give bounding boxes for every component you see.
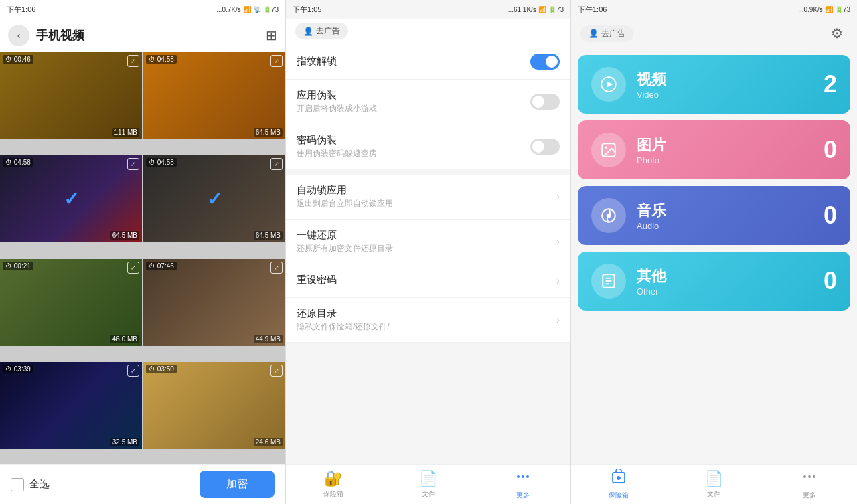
encrypt-button[interactable]: 加密 (200, 471, 275, 498)
video-card-count: 2 (824, 70, 837, 98)
files-panel-header: 👤 去广告 ⚙ (571, 19, 857, 48)
svg-marker-4 (607, 82, 613, 88)
wifi-icon-3: 📶 (825, 6, 833, 13)
status-bar-2: 下午1:05 ...61.1K/s 📶 🔋73 (286, 0, 570, 19)
audio-card-count: 0 (824, 201, 837, 230)
file-card-photo[interactable]: 图片 Photo 0 (578, 120, 850, 179)
nav-files-label-settings: 文件 (422, 489, 435, 499)
fingerprint-toggle[interactable] (530, 54, 560, 70)
nav-more-label-files: 更多 (803, 491, 816, 500)
panel-title: 手机视频 (36, 27, 266, 44)
select-all-checkbox[interactable] (11, 478, 24, 491)
select-all-label: 全选 (29, 478, 50, 491)
nav-files-files[interactable]: 📄 文件 (666, 470, 761, 499)
video-thumb-7[interactable]: ⏱ 03:39 ⤢ 32.5 MB (0, 362, 142, 449)
chevron-right-icon-1: › (556, 191, 560, 203)
video-card-text: 视频 Video (637, 70, 824, 100)
select-all-control[interactable]: 全选 (11, 478, 50, 491)
wifi-icon-2: 📶 (538, 6, 546, 13)
setting-auto-lock-text: 自动锁应用 退出到后台立即自动锁应用 (297, 184, 556, 209)
svg-point-0 (517, 475, 520, 478)
settings-gear-button[interactable]: ⚙ (826, 23, 848, 44)
photo-card-icon (591, 133, 626, 167)
more-icon-files (801, 469, 817, 489)
chevron-right-icon-4: › (556, 314, 560, 326)
video-duration-2: ⏱ 04:58 (146, 55, 177, 64)
nav-files-settings[interactable]: 📄 文件 (381, 470, 476, 499)
grid-view-button[interactable]: ⊞ (266, 27, 277, 44)
video-grid: ⏱ 00:46 ⤢ 111 MB ⏱ 04:58 ⤢ 64.5 MB ✓ ⏱ 0… (0, 52, 285, 464)
network-speed-3: ...0.9K/s (798, 6, 823, 13)
setting-one-click-restore-desc: 还原所有加密文件还原目录 (297, 243, 556, 254)
video-thumb-5[interactable]: ⏱ 00:21 ⤢ 46.0 MB (0, 259, 142, 346)
other-card-text: 其他 Other (637, 266, 824, 297)
video-list-panel: 下午1:06 ...0.7K/s 📶 📡 🔋73 ‹ 手机视频 ⊞ ⏱ 00:4… (0, 0, 286, 504)
svg-point-14 (617, 477, 620, 479)
video-thumb-2[interactable]: ⏱ 04:58 ⤢ 64.5 MB (143, 52, 285, 139)
nav-safe-settings[interactable]: 🔐 保险箱 (286, 470, 381, 499)
nav-safe-files[interactable]: 保险箱 (571, 469, 666, 500)
file-card-video[interactable]: 视频 Video 2 (578, 55, 850, 114)
safe-icon-files (611, 469, 627, 489)
setting-restore-dir[interactable]: 还原目录 隐私文件保险箱/还原文件/ › (286, 298, 570, 343)
more-icon-settings (515, 469, 531, 489)
other-card-title-en: Other (637, 286, 824, 297)
safe-icon-settings: 🔐 (324, 470, 342, 487)
audio-card-title-cn: 音乐 (637, 201, 824, 221)
network-speed-2: ...61.1K/s (508, 6, 536, 13)
ad-banner-settings: 👤 去广告 (286, 19, 570, 44)
password-disguise-toggle[interactable] (530, 139, 560, 155)
setting-restore-dir-title: 还原目录 (297, 307, 556, 320)
photo-card-title-en: Photo (637, 155, 824, 165)
setting-reset-password[interactable]: 重设密码 › (286, 264, 570, 298)
fullscreen-icon-5: ⤢ (127, 262, 139, 274)
wifi-icon-1: 📡 (253, 6, 261, 13)
ad-remove-button-files[interactable]: 👤 去广告 (580, 25, 633, 42)
nav-files-label-files: 文件 (707, 489, 720, 499)
selected-checkmark-3: ✓ (64, 188, 79, 210)
setting-one-click-restore-title: 一键还原 (297, 229, 556, 242)
setting-auto-lock-title: 自动锁应用 (297, 184, 556, 197)
file-card-audio[interactable]: 音乐 Audio 0 (578, 186, 850, 245)
network-speed-1: ...0.7K/s (216, 6, 241, 13)
setting-one-click-restore[interactable]: 一键还原 还原所有加密文件还原目录 › (286, 220, 570, 264)
svg-point-16 (808, 475, 811, 478)
setting-app-disguise[interactable]: 应用伪装 开启后将伪装成小游戏 (286, 80, 570, 124)
nav-more-files[interactable]: 更多 (762, 469, 857, 500)
audio-card-title-en: Audio (637, 221, 824, 231)
video-thumb-8[interactable]: ⏱ 03:50 ⤢ 24.6 MB (143, 362, 285, 449)
nav-more-settings[interactable]: 更多 (475, 469, 570, 500)
video-size-8: 24.6 MB (254, 438, 283, 446)
setting-app-disguise-desc: 开启后将伪装成小游戏 (297, 103, 530, 114)
video-panel-footer: 全选 加密 (0, 464, 285, 504)
files-icon-files: 📄 (705, 470, 723, 487)
audio-card-text: 音乐 Audio (637, 201, 824, 231)
status-time-1: 下午1:06 (7, 5, 35, 15)
fullscreen-icon-6: ⤢ (270, 262, 283, 274)
audio-card-icon (591, 198, 626, 233)
video-duration-6: ⏱ 07:46 (146, 262, 177, 270)
photo-card-count: 0 (824, 136, 837, 164)
back-button[interactable]: ‹ (8, 25, 29, 46)
video-thumb-4[interactable]: ✓ ⏱ 04:58 ⤢ 64.5 MB (143, 155, 285, 242)
ad-remove-button-settings[interactable]: 👤 去广告 (295, 23, 348, 39)
video-thumb-1[interactable]: ⏱ 00:46 ⤢ 111 MB (0, 52, 142, 139)
status-time-3: 下午1:06 (578, 5, 607, 15)
setting-auto-lock[interactable]: 自动锁应用 退出到后台立即自动锁应用 › (286, 175, 570, 220)
status-icons-1: ...0.7K/s 📶 📡 🔋73 (216, 6, 279, 13)
files-bottom-nav: 保险箱 📄 文件 更多 (571, 464, 857, 504)
file-card-other[interactable]: 其他 Other 0 (578, 252, 850, 311)
video-thumb-6[interactable]: ⏱ 07:46 ⤢ 44.9 MB (143, 259, 285, 346)
video-size-1: 111 MB (112, 128, 139, 137)
video-size-5: 46.0 MB (110, 335, 139, 343)
setting-fingerprint[interactable]: 指纹解锁 (286, 44, 570, 80)
app-disguise-toggle[interactable] (530, 94, 560, 110)
video-duration-5: ⏱ 00:21 (3, 262, 33, 270)
video-thumb-3[interactable]: ✓ ⏱ 04:58 ⤢ 64.5 MB (0, 155, 142, 242)
settings-divider-1 (286, 169, 570, 175)
setting-password-disguise[interactable]: 密码伪装 使用伪装密码躲避查房 (286, 124, 570, 169)
setting-app-disguise-title: 应用伪装 (297, 89, 530, 102)
svg-point-1 (522, 475, 524, 478)
status-time-2: 下午1:05 (293, 5, 321, 15)
setting-reset-password-text: 重设密码 (297, 274, 556, 288)
